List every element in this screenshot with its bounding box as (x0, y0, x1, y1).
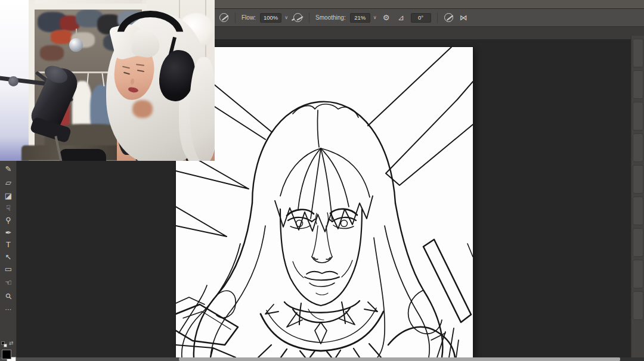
separator (437, 13, 438, 23)
paint-symmetry-icon[interactable]: ⋈ (459, 13, 469, 23)
webcam-overlay (0, 0, 215, 161)
dock-panel-button[interactable] (633, 291, 643, 320)
shape-tool[interactable]: ▭ (0, 263, 17, 275)
flow-label: Flow: (242, 14, 256, 21)
disco-ball (69, 38, 83, 52)
disco-ball-string (76, 29, 77, 39)
dock-panel-button[interactable] (633, 260, 643, 288)
streamer-hair (190, 57, 215, 161)
dodge-tool[interactable]: ⚲ (0, 214, 17, 226)
separator (309, 13, 309, 23)
separator (235, 13, 236, 23)
closet-frame-top (29, 4, 149, 10)
smoothing-label: Smoothing: (315, 14, 346, 21)
dock-panel-button[interactable] (633, 165, 643, 194)
smoothing-value-box[interactable]: 21% (350, 13, 370, 23)
dock-panel-button[interactable] (633, 228, 643, 257)
dock-panel-button[interactable] (633, 133, 643, 162)
path-select-tool[interactable]: ↖ (0, 251, 17, 263)
brush-angle-value-box[interactable]: 0° (411, 13, 431, 23)
swap-colors-icon[interactable]: ⇄ (9, 340, 14, 346)
pressure-opacity-icon[interactable] (218, 13, 229, 23)
smudge-tool[interactable]: ☟ (0, 202, 17, 214)
dock-panel-button[interactable] (633, 102, 643, 130)
black-bag (60, 149, 106, 161)
lineart-drawing (176, 47, 473, 357)
pressure-size-icon[interactable] (444, 13, 454, 23)
flow-value-box[interactable]: 100% (260, 13, 281, 23)
airbrush-icon[interactable] (292, 13, 303, 23)
edit-toolbar-button[interactable]: ⋯ (0, 303, 17, 315)
foreground-color-swatch[interactable] (2, 350, 11, 359)
horizontal-scrollbar-thumb[interactable] (179, 357, 620, 361)
brush-angle-icon: ⊿ (396, 13, 407, 23)
dock-panel-button[interactable] (633, 197, 643, 225)
mic-arm-joint (8, 76, 18, 86)
dock-panel-button[interactable] (633, 39, 643, 67)
smoothing-gear-icon[interactable]: ⚙ (381, 13, 392, 23)
flow-dropdown-icon[interactable]: ∨ (284, 15, 288, 20)
gradient-tool[interactable]: ◪ (0, 189, 17, 201)
document-canvas[interactable] (176, 47, 473, 357)
application-window: Flow: 100% ∨ Smoothing: 21% ∨ ⚙ ⊿ 0° ⋈ ✎… (0, 0, 644, 361)
neck-shadow (132, 100, 153, 118)
brush-tool[interactable]: ✎ (0, 163, 17, 175)
smoothing-dropdown-icon[interactable]: ∨ (373, 15, 377, 20)
pen-tool[interactable]: ✒ (0, 226, 17, 238)
scrollbar-corner (620, 357, 644, 361)
panel-dock (631, 36, 644, 357)
default-colors-icon[interactable] (1, 341, 7, 347)
eraser-tool[interactable]: ▱ (0, 176, 17, 188)
type-tool[interactable]: T (0, 238, 17, 250)
dock-panel-button[interactable] (633, 70, 643, 99)
